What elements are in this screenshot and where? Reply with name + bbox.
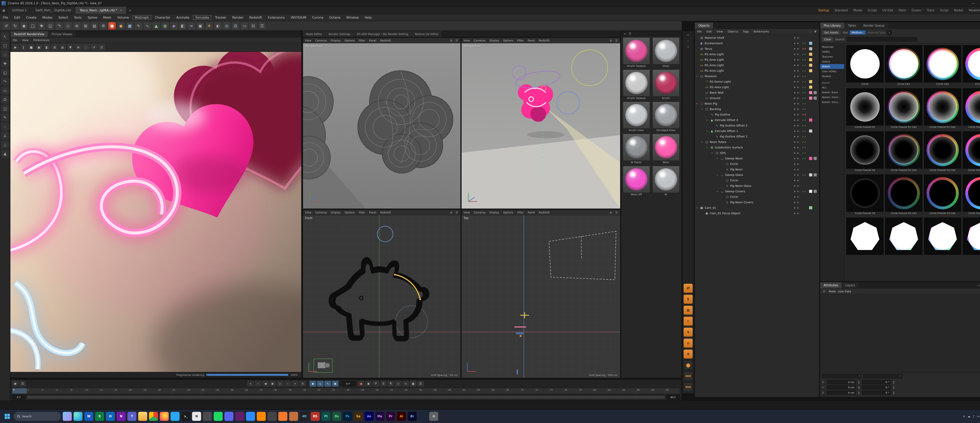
tag-chip[interactable] (809, 113, 812, 116)
tag-chip[interactable] (809, 162, 812, 165)
frame-tick[interactable]: 34 (259, 388, 274, 394)
visibility-dots[interactable] (794, 42, 799, 44)
polygons-mode-icon[interactable]: △ (1, 141, 9, 149)
menu-item[interactable]: Corona (309, 14, 326, 21)
library-category[interactable]: Materials (820, 44, 844, 49)
enabled-state-icon[interactable] (801, 174, 808, 176)
tag-chip[interactable] (814, 91, 817, 94)
menu-item[interactable]: Help (362, 14, 375, 21)
viewport-menu-item[interactable]: Options (343, 210, 357, 215)
library-name-filter[interactable]: Bokeh: Basic (820, 90, 844, 95)
library-name-filter[interactable]: Bokeh: Fresn… (820, 95, 844, 100)
record-keyframe-button[interactable]: ● (358, 381, 364, 387)
object-row[interactable]: ▾ ◡ Sweep Glass (695, 172, 819, 177)
model-mode-icon[interactable]: ▲ (1, 150, 9, 157)
object-row[interactable]: ∿ Pig Outline (695, 112, 819, 117)
library-search-input[interactable] (847, 37, 917, 42)
material-item[interactable]: Glass (652, 37, 680, 69)
tag-chip[interactable] (809, 47, 812, 50)
frame-tick[interactable]: 20 (157, 388, 172, 394)
visibility-dots[interactable] (794, 190, 799, 192)
object-name[interactable]: Material Shelf (705, 36, 724, 40)
tag-chip[interactable] (814, 80, 817, 83)
tag-chip[interactable] (809, 102, 812, 105)
excel-icon[interactable]: X (95, 412, 104, 421)
tag-chip[interactable] (814, 36, 817, 40)
frame-ruler[interactable]: 0246810121416182022242628303234363840424… (12, 388, 680, 394)
bokeh-asset[interactable]: Circle CA2 (924, 45, 961, 87)
layout-tab[interactable]: Paint (896, 8, 908, 13)
coordinate-space-dropdown[interactable] (863, 374, 902, 379)
scale-tool-icon[interactable]: ◱ (46, 22, 54, 30)
tag-chip[interactable] (809, 80, 812, 83)
object-row[interactable]: ▾ ▲ Extrude Offset 1 (695, 128, 819, 134)
frame-tick[interactable]: 32 (244, 388, 259, 394)
rotate-tool-icon[interactable]: ↷ (1, 78, 9, 86)
visibility-dots[interactable] (794, 119, 799, 121)
start-button[interactable] (3, 412, 12, 421)
plugin-ball-button[interactable]: ● (684, 361, 693, 369)
object-row[interactable]: ▾ ○ SDS (695, 150, 819, 156)
menu-item[interactable]: Tracker (212, 14, 229, 21)
rotate-tool-icon[interactable]: ↷ (55, 22, 63, 30)
frame-tick[interactable]: 30 (230, 388, 244, 394)
tag-chip[interactable] (814, 157, 817, 160)
visibility-dots[interactable] (794, 179, 799, 181)
bokeh-thumbnail[interactable] (885, 88, 923, 125)
menu-item[interactable]: Octane (326, 14, 344, 21)
viewport-menu-item[interactable]: Filter (357, 38, 367, 43)
position-field[interactable]: 0 cm (827, 391, 856, 395)
workplane-icon[interactable]: ▭ (1, 87, 9, 94)
file-explorer-icon[interactable] (138, 412, 147, 421)
material-menu-icon[interactable]: ☰ (627, 32, 633, 36)
renderview-menu-icon[interactable]: ☰ (98, 44, 105, 51)
expand-arrow-icon[interactable]: ▾ (706, 130, 710, 132)
visibility-dots[interactable] (794, 163, 799, 165)
viewport-menu-item[interactable]: View (461, 210, 472, 215)
material-thumbnail[interactable] (623, 134, 650, 161)
library-category[interactable]: Bokeh (820, 64, 844, 69)
simulation-icon[interactable]: ≈ (188, 22, 196, 30)
key-filter-2-toggle[interactable]: ◇ (317, 381, 324, 387)
rotation-field[interactable]: 0 ° (862, 391, 891, 395)
tag-chip[interactable] (809, 69, 812, 72)
enabled-state-icon[interactable] (801, 141, 808, 144)
box-select-icon[interactable]: □ (1, 41, 9, 49)
object-manager-menu-item[interactable]: View (714, 29, 725, 34)
cinema4d-icon[interactable]: 4D (300, 412, 309, 421)
user-data-label[interactable]: User Data (838, 290, 851, 293)
goto-start-button[interactable]: « (247, 381, 254, 387)
strip-menu-icon[interactable]: ≡ (685, 44, 692, 49)
visibility-dots[interactable] (794, 92, 799, 93)
bokeh-thumbnail[interactable] (963, 45, 980, 82)
visibility-dots[interactable] (794, 70, 799, 72)
object-name[interactable]: Pig Neon Glass (730, 184, 751, 187)
frame-tick[interactable]: 56 (418, 388, 433, 394)
steam-icon[interactable] (418, 412, 428, 421)
bokeh-thumbnail[interactable] (963, 217, 980, 255)
pause-ipr-icon[interactable]: ∥ (20, 44, 27, 51)
blender-icon[interactable] (278, 412, 287, 421)
render-view-icon[interactable]: ▤ (91, 22, 99, 30)
play-button[interactable]: ▶ (269, 381, 276, 387)
bokeh-thumbnail[interactable] (924, 174, 961, 212)
position-field[interactable]: 0 cm (827, 385, 856, 390)
frame-tick[interactable]: 10 (85, 388, 99, 394)
tag-chip[interactable] (809, 212, 812, 215)
menu-item[interactable]: Tools (71, 14, 84, 21)
bokeh-thumbnail[interactable] (924, 217, 961, 255)
enabled-state-icon[interactable] (801, 53, 808, 56)
strip-dock-icon[interactable]: ▫ (685, 38, 692, 43)
camera-key-toggle[interactable]: ▣ (410, 381, 417, 387)
expand-arrow-icon[interactable]: ▾ (712, 152, 715, 154)
menu-item[interactable]: Modes (40, 14, 56, 21)
object-name[interactable]: RS Area Light (705, 63, 724, 67)
frame-tick[interactable]: 72 (535, 388, 549, 394)
frame-tick[interactable]: 18 (143, 388, 157, 394)
library-name-filter[interactable]: ALL (820, 85, 844, 90)
generator-icon[interactable]: ▲ (152, 22, 160, 30)
attribute-tab[interactable]: Attributes (820, 282, 842, 288)
tag-chip[interactable] (809, 179, 812, 182)
goto-end-button[interactable]: » (292, 381, 299, 387)
environment-icon[interactable]: ◐ (214, 22, 222, 30)
